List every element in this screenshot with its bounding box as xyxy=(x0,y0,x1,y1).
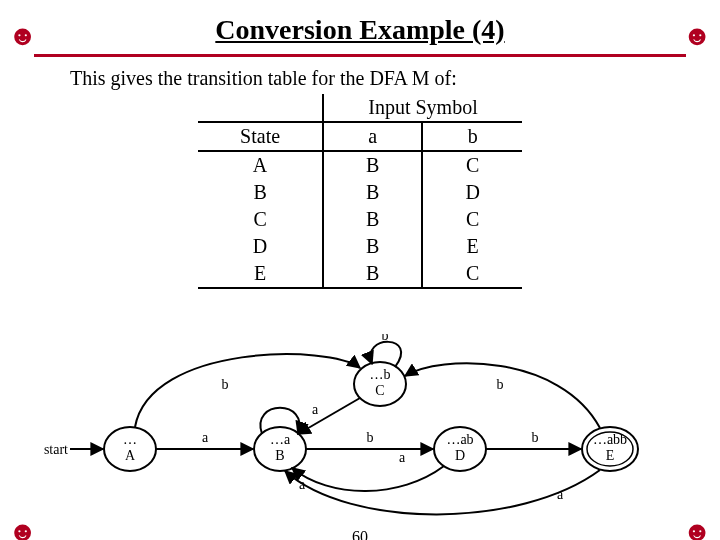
svg-text:a: a xyxy=(312,402,319,417)
th-a: a xyxy=(323,122,422,151)
svg-text:a: a xyxy=(399,450,406,465)
svg-text:C: C xyxy=(375,383,384,398)
svg-text:…: … xyxy=(123,432,137,447)
intro-text: This gives the transition table for the … xyxy=(70,67,650,90)
svg-text:b: b xyxy=(222,377,229,392)
th-input-symbol: Input Symbol xyxy=(323,94,522,122)
svg-text:D: D xyxy=(455,448,465,463)
state-node-A: … A xyxy=(104,427,156,471)
table-row: EBC xyxy=(198,260,522,288)
title-rule xyxy=(34,54,686,57)
svg-text:b: b xyxy=(382,334,389,343)
svg-text:b: b xyxy=(532,430,539,445)
start-label: start xyxy=(44,442,68,457)
slide-title: Conversion Example (4) xyxy=(0,14,720,46)
svg-text:…ab: …ab xyxy=(446,432,473,447)
page-number: 60 xyxy=(0,528,720,540)
svg-text:E: E xyxy=(606,448,615,463)
table-row: ABC xyxy=(198,151,522,179)
edge-E-C xyxy=(405,363,600,428)
svg-text:…b: …b xyxy=(370,367,391,382)
edge-E-B xyxy=(285,470,600,514)
corner-icon-tr: ☻ xyxy=(683,20,712,52)
state-node-C: …b C xyxy=(354,362,406,406)
svg-text:b: b xyxy=(367,430,374,445)
table-row: BBD xyxy=(198,179,522,206)
svg-text:B: B xyxy=(275,448,284,463)
svg-text:…abb: …abb xyxy=(593,432,627,447)
th-b: b xyxy=(422,122,521,151)
th-state: State xyxy=(198,122,323,151)
svg-text:b: b xyxy=(497,377,504,392)
slide: ☻ ☻ ☻ ☻ Conversion Example (4) This give… xyxy=(0,14,720,540)
svg-text:a: a xyxy=(202,430,209,445)
svg-text:A: A xyxy=(125,448,136,463)
edge-C-B xyxy=(298,398,360,434)
edge-D-B xyxy=(292,466,444,491)
table-row: DBE xyxy=(198,233,522,260)
svg-text:…a: …a xyxy=(270,432,291,447)
dfa-diagram: … A …a B …b C …ab D …abb E start a xyxy=(0,334,720,534)
corner-icon-tl: ☻ xyxy=(8,20,37,52)
state-node-D: …ab D xyxy=(434,427,486,471)
state-node-E: …abb E xyxy=(582,427,638,471)
svg-text:a: a xyxy=(557,487,564,502)
table-row: CBC xyxy=(198,206,522,233)
edge-A-C xyxy=(135,354,360,427)
transition-table: Input Symbol State a b ABC BBD CBC DBE E… xyxy=(198,94,522,289)
